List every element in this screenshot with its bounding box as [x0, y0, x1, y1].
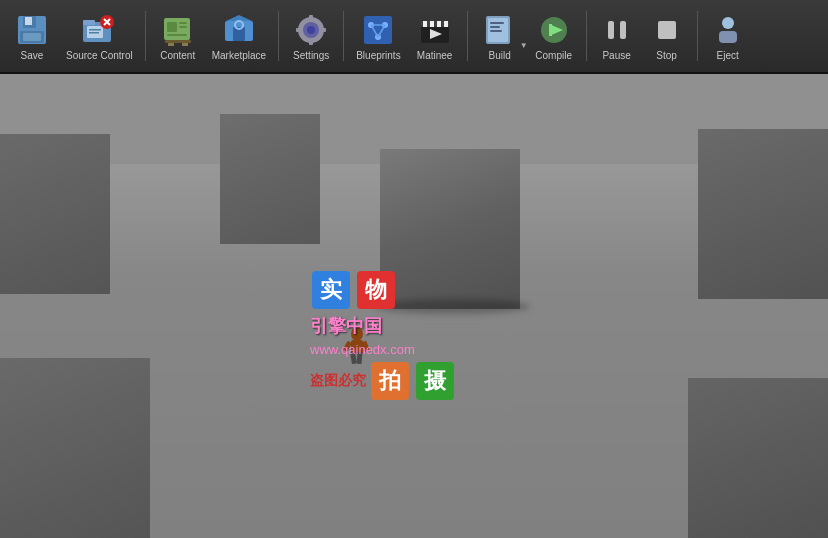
blueprints-icon: [360, 12, 396, 48]
matinee-icon: [417, 12, 453, 48]
svg-rect-20: [165, 40, 191, 43]
matinee-label: Matinee: [417, 50, 453, 61]
character: [340, 324, 375, 374]
toolbar: Save Source Control: [0, 0, 828, 74]
svg-point-59: [351, 327, 363, 341]
divider-2: [278, 11, 279, 61]
svg-rect-42: [430, 21, 434, 27]
save-label: Save: [21, 50, 44, 61]
svg-rect-9: [89, 32, 99, 34]
svg-rect-63: [343, 341, 352, 352]
eject-label: Eject: [717, 50, 739, 61]
svg-rect-60: [351, 340, 363, 354]
source-control-label: Source Control: [66, 50, 133, 61]
svg-rect-48: [490, 22, 504, 24]
compile-icon: [536, 12, 572, 48]
svg-rect-49: [490, 26, 500, 28]
blueprints-button[interactable]: Blueprints: [350, 4, 406, 68]
marketplace-label: Marketplace: [212, 50, 266, 61]
svg-point-27: [307, 26, 315, 34]
eject-icon: [710, 12, 746, 48]
compile-label: Compile: [535, 50, 572, 61]
build-label: Build: [489, 50, 511, 61]
marketplace-button[interactable]: Marketplace: [206, 4, 272, 68]
stop-icon: [649, 12, 685, 48]
build-dropdown-arrow[interactable]: ▼: [520, 41, 528, 50]
svg-rect-4: [23, 33, 41, 41]
save-icon: [14, 12, 50, 48]
marketplace-icon: [221, 12, 257, 48]
svg-rect-44: [444, 21, 448, 27]
svg-rect-62: [356, 352, 362, 364]
eject-button[interactable]: Eject: [704, 4, 752, 68]
build-icon: [482, 12, 518, 48]
svg-rect-15: [179, 22, 187, 24]
svg-rect-14: [167, 22, 177, 32]
divider-6: [697, 11, 698, 61]
svg-rect-28: [309, 15, 313, 20]
settings-icon: [293, 12, 329, 48]
matinee-button[interactable]: Matinee: [409, 4, 461, 68]
block-right-bottom: [688, 378, 828, 538]
svg-rect-30: [296, 28, 301, 32]
svg-rect-31: [321, 28, 326, 32]
svg-point-57: [722, 17, 734, 29]
svg-rect-18: [168, 43, 174, 46]
divider-1: [145, 11, 146, 61]
stop-button[interactable]: Stop: [643, 4, 691, 68]
block-right-top: [698, 129, 828, 299]
svg-rect-17: [167, 34, 187, 36]
svg-rect-41: [423, 21, 427, 27]
viewport: 实 物 引擎中国 www.qainedx.com 盗图必究 拍 摄: [0, 74, 828, 538]
svg-rect-43: [437, 21, 441, 27]
svg-rect-56: [658, 21, 676, 39]
settings-button[interactable]: Settings: [285, 4, 337, 68]
block-shadow: [375, 299, 530, 314]
divider-3: [343, 11, 344, 61]
content-label: Content: [160, 50, 195, 61]
divider-4: [467, 11, 468, 61]
svg-rect-54: [608, 21, 614, 39]
svg-rect-16: [179, 26, 187, 28]
block-far-left-top: [0, 134, 110, 294]
svg-rect-50: [490, 30, 502, 32]
compile-button[interactable]: Compile: [528, 4, 580, 68]
divider-5: [586, 11, 587, 61]
pause-icon: [599, 12, 635, 48]
svg-rect-2: [25, 17, 32, 25]
blueprints-label: Blueprints: [356, 50, 400, 61]
content-icon: [160, 12, 196, 48]
svg-rect-19: [182, 43, 188, 46]
svg-rect-53: [549, 24, 552, 36]
save-button[interactable]: Save: [6, 4, 58, 68]
source-control-icon: [81, 12, 117, 48]
svg-rect-29: [309, 40, 313, 45]
block-center-top-left: [220, 114, 320, 244]
svg-rect-6: [83, 20, 95, 25]
pause-button[interactable]: Pause: [593, 4, 641, 68]
block-left-bottom: [0, 358, 150, 538]
settings-label: Settings: [293, 50, 329, 61]
block-center-large: [380, 149, 520, 309]
svg-rect-8: [89, 29, 101, 31]
source-control-button[interactable]: Source Control: [60, 4, 139, 68]
build-button[interactable]: Build ▼: [474, 4, 526, 68]
pause-label: Pause: [602, 50, 630, 61]
svg-rect-58: [719, 31, 737, 43]
content-button[interactable]: Content: [152, 4, 204, 68]
stop-label: Stop: [656, 50, 677, 61]
svg-rect-55: [620, 21, 626, 39]
